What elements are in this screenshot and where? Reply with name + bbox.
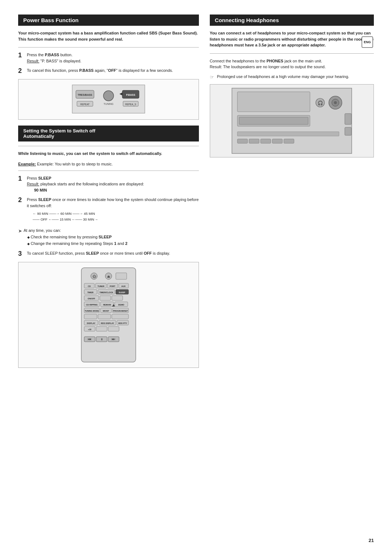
step-power-bass-2: 2 To cancel this function, press P.BASS … bbox=[18, 67, 199, 74]
sleep-row-1: ← 90 MIN ——→ 60 MIN ——→ 45 MIN bbox=[33, 211, 199, 217]
divider4 bbox=[210, 53, 374, 54]
step-number-2: 2 bbox=[18, 67, 25, 74]
sleep-step-num-2: 2 bbox=[18, 197, 25, 203]
at-any-time-row: ➤ At any time, you can: Check the remain… bbox=[18, 228, 199, 248]
svg-text:ON/OFF: ON/OFF bbox=[87, 297, 95, 300]
power-bass-diagram: TRES/BASS REPEAT TUNING P.BASS REPEA_S bbox=[18, 79, 199, 120]
svg-text:TUNER: TUNER bbox=[97, 285, 104, 287]
svg-rect-35 bbox=[112, 296, 123, 300]
svg-text:TIMER/CLOCK: TIMER/CLOCK bbox=[99, 291, 113, 294]
svg-rect-69 bbox=[237, 92, 310, 112]
divider2 bbox=[18, 146, 199, 146]
at-any-icon: ➤ bbox=[18, 228, 22, 234]
svg-text:RDS PTY: RDS PTY bbox=[118, 322, 127, 324]
note-text: Prolonged use of headphones at a high vo… bbox=[217, 74, 349, 80]
svg-rect-84 bbox=[261, 139, 271, 143]
svg-text:MOIST: MOIST bbox=[103, 310, 109, 312]
sleep-step-content-3: To cancel SLEEP function, press SLEEP on… bbox=[27, 250, 199, 257]
svg-text:AUX: AUX bbox=[121, 285, 126, 287]
power-bass-svg: TRES/BASS REPEAT TUNING P.BASS REPEA_S bbox=[65, 83, 152, 116]
svg-text:CD: CD bbox=[88, 285, 91, 287]
note-icon: ☞ bbox=[210, 74, 215, 81]
bullet-1: Check the remaining time by pressing SLE… bbox=[27, 234, 127, 241]
svg-text:SLEEP: SLEEP bbox=[119, 291, 125, 294]
sleep-step-num-1: 1 bbox=[18, 175, 25, 182]
svg-rect-61 bbox=[108, 327, 119, 331]
setting-auto-example: Example: Example: You wish to go to slee… bbox=[18, 162, 199, 166]
svg-text:PORT: PORT bbox=[110, 285, 115, 287]
svg-rect-79 bbox=[345, 114, 351, 124]
svg-rect-71 bbox=[239, 117, 308, 124]
at-any-content: At any time, you can: Check the remainin… bbox=[24, 228, 127, 248]
connect-phones-content: Connect the headphones to the PHONES jac… bbox=[210, 58, 374, 70]
sleep-step-num-3: 3 bbox=[18, 250, 25, 257]
power-bass-intro: Your micro-compact system has a bass amp… bbox=[18, 30, 199, 42]
step-sleep-2: 2 Press SLEEP once or more times to indi… bbox=[18, 197, 199, 225]
svg-point-5 bbox=[103, 91, 114, 101]
divider1 bbox=[18, 47, 199, 48]
svg-text:🎧: 🎧 bbox=[317, 100, 323, 106]
svg-text:P.BASS: P.BASS bbox=[126, 94, 135, 96]
step-content-1: Press the P.BASS button. Result: "P. BAS… bbox=[27, 52, 199, 64]
connecting-headphones-header: Connecting Headphones bbox=[210, 15, 374, 26]
svg-rect-85 bbox=[272, 139, 282, 143]
sleep-step-content-1: Press SLEEP Result: playback starts and … bbox=[27, 175, 199, 193]
connect-phones-step: Connect the headphones to the PHONES jac… bbox=[210, 58, 374, 70]
connecting-headphones-intro: You can connect a set of headphones to y… bbox=[210, 30, 374, 48]
svg-rect-51 bbox=[112, 314, 128, 319]
right-column: Connecting Headphones You can connect a … bbox=[210, 15, 374, 374]
device-panel-svg: ⇒ ⇒ 🎧 bbox=[230, 85, 354, 157]
svg-rect-80 bbox=[345, 127, 351, 135]
step-content-2: To cancel this function, press P.BASS ag… bbox=[27, 67, 199, 74]
svg-text:⏸: ⏸ bbox=[100, 338, 103, 341]
svg-text:TIMER: TIMER bbox=[87, 291, 93, 294]
svg-text:DEMO: DEMO bbox=[118, 304, 124, 306]
svg-rect-34 bbox=[100, 296, 111, 300]
eng-badge: ENG bbox=[362, 36, 373, 48]
sleep-step-content-2: Press SLEEP once or more times to indica… bbox=[27, 197, 199, 225]
svg-text:⏻: ⏻ bbox=[92, 275, 96, 278]
setting-auto-header: Setting the System to Switch off Automat… bbox=[18, 126, 199, 141]
svg-text:REPEAT: REPEAT bbox=[80, 103, 90, 106]
svg-rect-81 bbox=[237, 132, 339, 136]
step-number-1: 1 bbox=[18, 52, 25, 58]
sleep-arrows: ← 90 MIN ——→ 60 MIN ——→ 45 MIN —— OFF ←—… bbox=[33, 211, 199, 222]
at-any-bullets: Check the remaining time by pressing SLE… bbox=[27, 234, 127, 247]
divider3 bbox=[18, 171, 199, 171]
step-sleep-3: 3 To cancel SLEEP function, press SLEEP … bbox=[18, 250, 199, 257]
page-number: 21 bbox=[369, 538, 374, 543]
svg-text:+10: +10 bbox=[88, 328, 91, 331]
svg-rect-17 bbox=[116, 273, 127, 279]
headphone-note: ☞ Prolonged use of headphones at a high … bbox=[210, 74, 374, 81]
svg-text:DISPLAY: DISPLAY bbox=[87, 322, 95, 324]
remote-control-diagram: ⏻ ⏏ CD TUNER PORT AUX TIMER TIMER/CLOCK bbox=[18, 262, 199, 368]
svg-text:REMAIN: REMAIN bbox=[103, 304, 111, 306]
svg-text:REPEA_S: REPEA_S bbox=[125, 103, 136, 106]
power-bass-header: Power Bass Function bbox=[18, 15, 199, 26]
svg-text:CD RIPPING: CD RIPPING bbox=[86, 304, 98, 306]
svg-rect-60 bbox=[96, 327, 107, 331]
svg-text:TRES/BASS: TRES/BASS bbox=[78, 94, 92, 96]
step-sleep-1: 1 Press SLEEP Result: playback starts an… bbox=[18, 175, 199, 193]
svg-rect-50 bbox=[98, 314, 111, 319]
svg-text:RDS DISPLAY: RDS DISPLAY bbox=[101, 322, 114, 324]
svg-rect-86 bbox=[284, 139, 294, 143]
svg-rect-49 bbox=[84, 314, 97, 319]
svg-text:TUNING: TUNING bbox=[103, 103, 113, 105]
headphone-device-diagram: ⇒ ⇒ 🎧 bbox=[210, 84, 374, 157]
svg-point-78 bbox=[334, 101, 337, 104]
bullet-2: Change the remaining time by repeating S… bbox=[27, 241, 127, 247]
svg-text:⏏: ⏏ bbox=[107, 275, 110, 278]
setting-auto-intro-bold: While listening to music, you can set th… bbox=[18, 151, 199, 157]
svg-text:⏮: ⏮ bbox=[88, 337, 91, 341]
step-power-bass-1: 1 Press the P.BASS button. Result: "P. B… bbox=[18, 52, 199, 64]
svg-text:⏭: ⏭ bbox=[112, 337, 115, 341]
left-column: Power Bass Function Your micro-compact s… bbox=[18, 15, 199, 374]
svg-text:TUNING MODE: TUNING MODE bbox=[85, 310, 99, 312]
svg-rect-82 bbox=[237, 139, 248, 143]
svg-rect-83 bbox=[249, 139, 259, 143]
remote-svg: ⏻ ⏏ CD TUNER PORT AUX TIMER TIMER/CLOCK bbox=[76, 266, 141, 364]
sleep-row-2: —— OFF ←—— 15 MIN ←—— 30 MIN ← bbox=[33, 217, 199, 222]
svg-text:PROGRAM/SET: PROGRAM/SET bbox=[113, 310, 128, 312]
